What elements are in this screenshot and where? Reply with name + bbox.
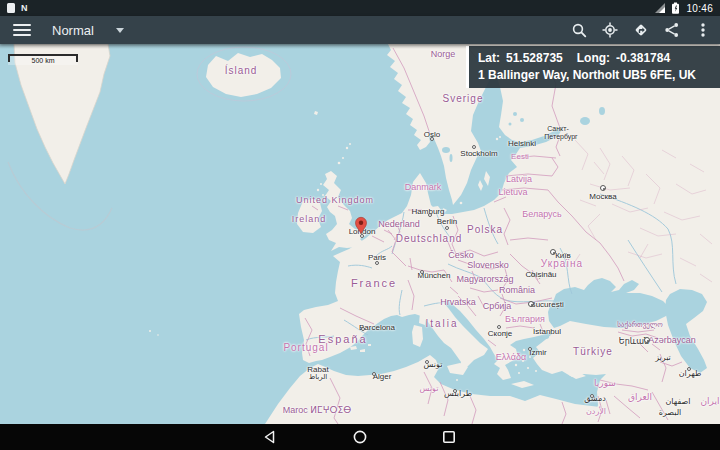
my-location-button[interactable]: [601, 21, 619, 39]
directions-button[interactable]: [632, 21, 650, 39]
map-type-label: Normal: [52, 23, 94, 38]
app-screen: ÍslandNorgeSverigeDanmarkEestiLatvijaLie…: [0, 0, 720, 450]
toolbar: Normal: [0, 16, 720, 44]
map-type-selector[interactable]: Normal: [52, 23, 124, 38]
scale-label: 500 km: [8, 56, 78, 65]
lat-value: 51.528735: [506, 51, 563, 65]
clock-text: 10:46: [686, 3, 713, 14]
status-right: 10:46: [655, 2, 713, 14]
coordinates-row: Lat:51.528735Long:-0.381784: [478, 50, 712, 67]
app-notification-icon: [7, 3, 15, 13]
coordinates-overlay: Lat:51.528735Long:-0.381784 1 Ballinger …: [466, 46, 720, 88]
my-location-icon: [602, 22, 618, 38]
toolbar-actions: [570, 16, 712, 44]
search-button[interactable]: [570, 21, 588, 39]
map-canvas: [0, 44, 720, 424]
share-button[interactable]: [663, 21, 681, 39]
menu-icon[interactable]: [13, 24, 31, 36]
overflow-menu-button[interactable]: [694, 21, 712, 39]
location-pin[interactable]: [352, 214, 370, 234]
overflow-menu-icon: [695, 22, 711, 38]
recents-button[interactable]: [441, 429, 457, 445]
map-view[interactable]: ÍslandNorgeSverigeDanmarkEestiLatvijaLie…: [0, 44, 720, 424]
address-text: 1 Ballinger Way, Northolt UB5 6FE, UK: [478, 67, 712, 83]
home-button[interactable]: [352, 429, 368, 445]
battery-icon: [671, 2, 680, 14]
map-scale-bar: 500 km: [8, 54, 78, 65]
home-icon: [352, 429, 368, 445]
status-left: N: [7, 3, 28, 13]
long-value: -0.381784: [616, 51, 670, 65]
back-button[interactable]: [262, 429, 278, 445]
cell-signal-icon: [655, 3, 665, 13]
back-icon: [262, 429, 278, 445]
share-icon: [664, 22, 680, 38]
lat-label: Lat:: [478, 51, 500, 65]
long-label: Long:: [577, 51, 610, 65]
nfc-icon: N: [21, 4, 28, 13]
search-icon: [571, 22, 587, 38]
recents-icon: [441, 429, 457, 445]
chevron-down-icon: [116, 28, 124, 33]
directions-icon: [633, 22, 649, 38]
status-bar: N 10:46: [0, 0, 720, 16]
